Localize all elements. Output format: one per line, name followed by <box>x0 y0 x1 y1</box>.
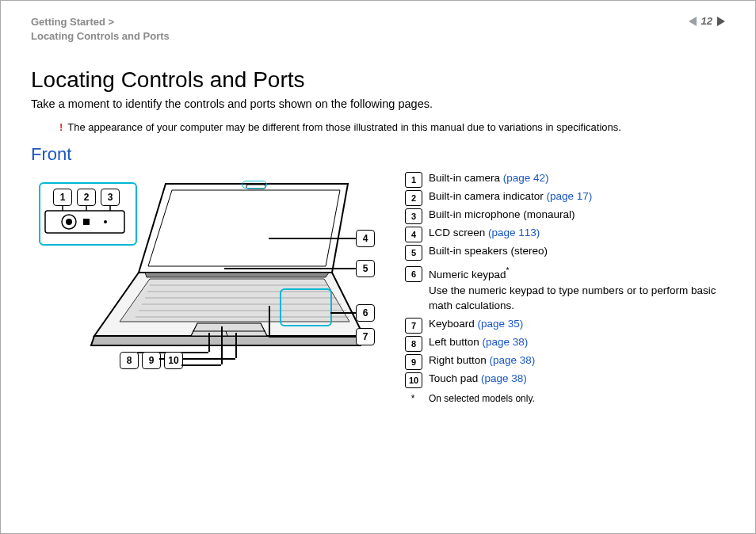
footnote: * On selected models only. <box>405 393 725 404</box>
legend-badge-10: 10 <box>405 372 422 388</box>
legend-text-3: Built-in microphone (monaural) <box>429 208 575 220</box>
next-page-icon[interactable] <box>717 17 725 26</box>
page: Getting Started > Locating Controls and … <box>0 0 756 534</box>
footnote-star: * <box>405 393 421 404</box>
callout-6: 6 <box>356 304 375 322</box>
laptop-icon <box>63 177 364 368</box>
callout-5: 5 <box>356 260 375 277</box>
body: 1 2 3 <box>31 171 725 403</box>
intro-text: Take a moment to identify the controls a… <box>31 97 725 110</box>
legend-text-10: Touch pad <box>429 372 481 384</box>
page-number: 12 <box>701 15 712 27</box>
legend-badge-9: 9 <box>405 354 422 370</box>
legend-item-2: 2 Built-in camera indicator (page 17) <box>405 189 725 206</box>
legend-text-2: Built-in camera indicator <box>429 190 547 202</box>
legend-badge-2: 2 <box>405 190 422 206</box>
page-link-38c[interactable]: (page 38) <box>481 372 527 384</box>
legend-badge-5: 5 <box>405 245 422 261</box>
leader-5 <box>224 268 356 269</box>
legend: 1 Built-in camera (page 42) 2 Built-in c… <box>405 171 725 403</box>
legend-item-10: 10 Touch pad (page 38) <box>405 372 725 388</box>
legend-item-7: 7 Keyboard (page 35) <box>405 317 725 334</box>
breadcrumb: Getting Started > Locating Controls and … <box>31 15 170 44</box>
page-link-38a[interactable]: (page 38) <box>483 336 529 348</box>
pager: 12 <box>689 15 725 27</box>
page-link-17[interactable]: (page 17) <box>547 190 593 202</box>
camera-bar-highlight <box>242 181 267 189</box>
legend-text-8: Left button <box>429 336 483 348</box>
legend-item-5: 5 Built-in speakers (stereo) <box>405 244 725 261</box>
legend-item-4: 4 LCD screen (page 113) <box>405 226 725 242</box>
leader-10b <box>181 364 221 366</box>
legend-item-9: 9 Right button (page 38) <box>405 353 725 370</box>
legend-text-9: Right button <box>429 354 490 366</box>
page-link-113[interactable]: (page 113) <box>488 227 540 238</box>
legend-text-1: Built-in camera <box>429 172 503 184</box>
legend-badge-8: 8 <box>405 336 422 352</box>
callout-10: 10 <box>164 352 183 369</box>
note-text: The appearance of your computer may be d… <box>67 121 621 133</box>
leader-4 <box>269 238 356 239</box>
callout-9: 9 <box>142 352 161 369</box>
callout-8: 8 <box>120 352 139 369</box>
legend-text-6: Numeric keypad <box>429 269 506 280</box>
legend-badge-7: 7 <box>405 318 422 334</box>
legend-badge-6: 6 <box>405 266 422 282</box>
legend-badge-1: 1 <box>405 172 422 188</box>
page-title: Locating Controls and Ports <box>31 67 725 93</box>
section-heading: Front <box>31 144 725 165</box>
svg-marker-12 <box>91 336 364 345</box>
page-link-35[interactable]: (page 35) <box>478 318 524 330</box>
svg-marker-9 <box>148 190 340 266</box>
note: ! The appearance of your computer may be… <box>59 121 725 133</box>
legend-text-5: Built-in speakers (stereo) <box>429 245 548 257</box>
breadcrumb-line-2: Locating Controls and Ports <box>31 29 170 44</box>
page-link-42[interactable]: (page 42) <box>503 172 549 184</box>
leader-8a <box>208 333 210 352</box>
leader-6 <box>330 312 356 314</box>
legend-text-4: LCD screen <box>429 227 488 238</box>
legend-item-8: 8 Left button (page 38) <box>405 335 725 352</box>
warning-icon: ! <box>59 121 63 133</box>
svg-marker-20 <box>191 323 267 336</box>
legend-text-7: Keyboard <box>429 318 478 330</box>
legend-item-3: 3 Built-in microphone (monaural) <box>405 208 725 224</box>
svg-marker-23 <box>145 273 329 277</box>
leader-7a <box>269 336 356 338</box>
legend-item-1: 1 Built-in camera (page 42) <box>405 171 725 188</box>
leader-9a <box>235 333 237 358</box>
callout-7: 7 <box>356 328 375 345</box>
breadcrumb-line-1: Getting Started > <box>31 15 170 29</box>
header: Getting Started > Locating Controls and … <box>31 15 725 44</box>
prev-page-icon[interactable] <box>689 17 697 26</box>
laptop-diagram: 1 2 3 <box>31 171 380 377</box>
legend-sub-6: Use the numeric keypad to type numbers o… <box>429 284 725 314</box>
legend-badge-3: 3 <box>405 208 422 224</box>
leader-7b <box>269 306 270 336</box>
legend-item-6: 6 Numeric keypad* Use the numeric keypad… <box>405 265 725 313</box>
page-link-38b[interactable]: (page 38) <box>490 354 536 366</box>
numeric-keypad-highlight <box>280 288 332 326</box>
legend-badge-4: 4 <box>405 227 422 242</box>
legend-sup-6: * <box>506 266 510 275</box>
footnote-text: On selected models only. <box>429 393 535 404</box>
callout-4: 4 <box>356 230 375 247</box>
leader-10a <box>221 326 223 364</box>
